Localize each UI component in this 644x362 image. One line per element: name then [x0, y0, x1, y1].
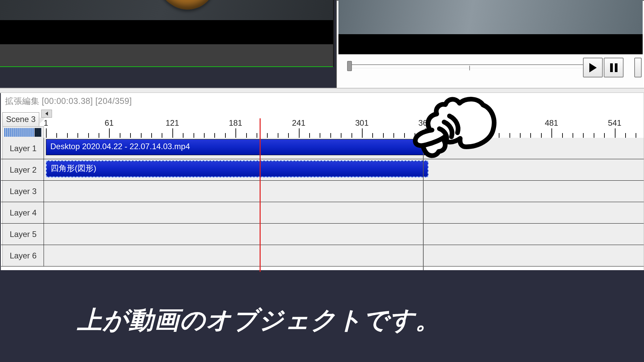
ruler-tick-minor [341, 133, 341, 138]
ruler-tick-minor [172, 133, 173, 138]
ruler-tick-minor [246, 133, 247, 138]
ruler-tick-minor [225, 133, 226, 138]
layer-row: Layer 6 [1, 245, 644, 266]
ruler-tick-minor [372, 133, 373, 138]
ruler-tick-minor [267, 133, 268, 138]
ruler-tick-minor [288, 133, 289, 138]
ruler-tick-minor [130, 133, 131, 138]
timeline-window: 拡張編集 [00:00:03.38] [204/359] Scene 3 161… [1, 93, 644, 271]
scene-tab[interactable]: Scene 3 [2, 112, 39, 126]
ruler-tick-minor [46, 133, 47, 138]
output-video-frame [338, 0, 643, 34]
layer-row: Layer 5 [1, 224, 644, 245]
pause-button[interactable] [604, 58, 624, 77]
shape-clip[interactable]: 四角形(図形) [46, 161, 428, 177]
layer-label[interactable]: Layer 1 [2, 138, 44, 159]
ruler-tick-minor [99, 133, 99, 138]
ruler-tick-minor [257, 133, 257, 138]
layer-track[interactable]: 四角形(図形) [44, 159, 644, 180]
preview-source-panel [0, 0, 334, 67]
layer-track[interactable] [44, 202, 644, 223]
ruler-tick-minor [309, 133, 310, 138]
layer-label[interactable]: Layer 2 [2, 159, 44, 180]
source-status-strip [0, 44, 333, 67]
layer-row: Layer 4 [1, 202, 644, 224]
play-button[interactable] [583, 58, 603, 77]
scrub-tick [469, 66, 470, 70]
layer-row: Layer 1Desktop 2020.04.22 - 22.07.14.03.… [1, 138, 644, 159]
source-video-frame [0, 0, 333, 20]
video-clip[interactable]: Desktop 2020.04.22 - 22.07.14.03.mp4 [46, 139, 428, 155]
ruler-tick-minor [551, 133, 552, 138]
layer-track[interactable] [44, 181, 644, 202]
playback-controls [338, 54, 643, 86]
ruler-tick-minor [278, 133, 278, 138]
ruler-tick-minor [88, 133, 89, 138]
ruler-tick-minor [120, 133, 120, 138]
timeline-layers: Layer 1Desktop 2020.04.22 - 22.07.14.03.… [1, 138, 644, 266]
ruler-tick-minor [214, 133, 215, 138]
ruler-tick-minor [615, 133, 615, 138]
ruler-tick-minor [530, 133, 531, 138]
layer-track[interactable] [44, 245, 644, 266]
timeline-ruler[interactable]: 161121181241301361421481541 [44, 118, 644, 138]
preview-output-panel [336, 0, 644, 88]
zoom-slider[interactable] [2, 126, 44, 138]
scrub-handle[interactable] [347, 61, 352, 71]
ruler-tick-minor [183, 133, 183, 138]
layer-row: Layer 3 [1, 181, 644, 202]
ruler-tick-minor [162, 133, 162, 138]
ruler-tick-minor [541, 133, 542, 138]
layer-track[interactable] [44, 224, 644, 245]
zoom-level-end [35, 128, 41, 137]
ruler-tick-minor [520, 133, 521, 138]
preview-row [0, 0, 644, 90]
pause-icon [610, 63, 618, 72]
layer-label[interactable]: Layer 5 [2, 224, 44, 245]
ruler-tick-minor [194, 133, 194, 138]
ruler-tick-minor [77, 133, 78, 138]
play-icon [589, 63, 597, 72]
caption-text: 上が動画のオブジェクトです。 [77, 304, 441, 337]
layer-label[interactable]: Layer 4 [2, 202, 44, 223]
ruler-tick-minor [583, 133, 584, 138]
ruler-tick-minor [404, 133, 405, 138]
ruler-tick-minor [204, 133, 205, 138]
layer-label[interactable]: Layer 6 [2, 245, 44, 266]
ruler-tick-minor [330, 133, 331, 138]
ruler-tick-minor [562, 133, 563, 138]
ruler-tick-minor [383, 133, 384, 138]
ruler-tick-minor [56, 133, 57, 138]
output-letterbox [338, 34, 643, 54]
ruler-tick-minor [573, 133, 573, 138]
layer-track[interactable]: Desktop 2020.04.22 - 22.07.14.03.mp4 [44, 138, 644, 159]
ruler-tick-minor [109, 133, 110, 138]
layer-label[interactable]: Layer 3 [2, 181, 44, 202]
ruler-tick-minor [141, 133, 142, 138]
ruler-tick-minor [352, 133, 352, 138]
ruler-tick-minor [235, 133, 236, 138]
ruler-tick-minor [393, 133, 394, 138]
playhead[interactable] [260, 118, 261, 272]
ruler-tick-minor [299, 133, 300, 138]
ruler-tick-minor [604, 133, 605, 138]
ruler-tick-minor [625, 133, 626, 138]
ruler-tick-minor [636, 133, 636, 138]
ruler-tick-minor [67, 133, 68, 138]
timeline-title: 拡張編集 [00:00:03.38] [204/359] [5, 96, 132, 107]
ruler-tick-minor [320, 133, 320, 138]
extra-button[interactable] [634, 58, 642, 77]
ruler-tick-minor [151, 133, 152, 138]
layer-row: Layer 2四角形(図形) [1, 159, 644, 181]
source-letterbox [0, 20, 333, 44]
pointing-hand-icon [413, 90, 500, 160]
ruler-tick-minor [509, 133, 510, 138]
ruler-tick-minor [594, 133, 594, 138]
scroll-left-button[interactable] [41, 110, 52, 118]
ruler-tick-minor [362, 133, 363, 138]
caption-band: 上が動画のオブジェクトです。 [0, 270, 644, 362]
